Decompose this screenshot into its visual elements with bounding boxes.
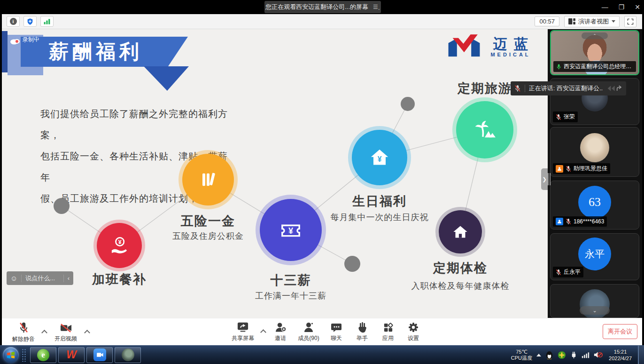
participant-tile-partial[interactable]: ⌄ <box>550 284 639 318</box>
taskbar-separator <box>22 348 26 362</box>
antivirus-tray-icon[interactable] <box>558 351 566 359</box>
slide-title: 薪酬福利 <box>49 39 143 65</box>
paragraph-line: 我们提供给员工除了薪酬之外完整的福利方案， <box>40 103 228 146</box>
benefit-desc: 五险及住房公积金 <box>128 230 288 242</box>
benefit-circle-travel <box>456 101 513 158</box>
raise-hand-label: 举手 <box>357 334 368 342</box>
camera-muted-icon <box>60 322 72 333</box>
chevron-up-icon[interactable]: ⌃ <box>582 32 608 39</box>
divider <box>63 275 64 282</box>
svg-text:¥: ¥ <box>288 226 294 236</box>
layout-icon <box>568 18 575 24</box>
chevron-down-icon[interactable]: ⌄ <box>580 306 610 315</box>
members-button[interactable]: 成员(90) <box>294 322 324 342</box>
participant-name: 助理巩景思佳 <box>574 165 607 173</box>
start-button[interactable] <box>3 347 19 363</box>
speaking-now-text: 正在讲话: 西安迈蓝翻译公... <box>529 84 603 93</box>
participant-name: 张荣 <box>564 113 575 121</box>
cpu-temp-label: CPU温度 <box>511 355 532 361</box>
share-screen-icon <box>237 322 249 333</box>
invite-person-icon <box>275 322 287 333</box>
emoji-icon[interactable]: ☺ <box>10 274 17 282</box>
close-button[interactable]: ✕ <box>635 3 640 11</box>
windows-taskbar: e W 75℃ CPU温度 <box>0 345 644 364</box>
fullscreen-icon <box>627 18 634 25</box>
members-label: 成员(90) <box>298 334 319 342</box>
mic-muted-icon <box>566 218 571 225</box>
banner-side-strip <box>2 31 8 72</box>
usb-tray-icon[interactable] <box>570 351 577 359</box>
hide-sidebar-tab[interactable]: ❯ <box>541 168 548 190</box>
taskbar-wps-button[interactable]: W <box>58 347 85 363</box>
mic-on-icon <box>556 63 561 70</box>
view-mode-button[interactable]: 演讲者视图 <box>564 16 620 27</box>
start-video-label: 开启视频 <box>54 335 77 343</box>
participant-tile-speaker[interactable]: ⌃ 西安迈蓝翻译公司总经理-李... <box>550 30 639 75</box>
video-options-chevron[interactable] <box>84 330 90 336</box>
diagram-dot <box>344 256 360 272</box>
collapse-chat-icon[interactable]: ‹ <box>68 275 70 282</box>
cpu-temp-widget[interactable]: 75℃ CPU温度 <box>511 349 532 361</box>
company-logo: 迈蓝 MEDICAL <box>446 33 535 60</box>
participant-tile[interactable]: 助理巩景思佳 <box>550 127 639 177</box>
cloud-recording-icon <box>9 38 21 45</box>
recording-label: 录制中 <box>23 36 39 44</box>
taskbar-clock[interactable]: 15:21 2022/4/27 <box>609 348 632 362</box>
sidebar-resize-handle[interactable] <box>548 173 551 185</box>
reply-arrow-icon[interactable] <box>607 84 622 93</box>
participant-tile[interactable]: 63 186****6463 <box>550 181 639 229</box>
watching-banner[interactable]: 您正在观看西安迈蓝翻译公司...的屏幕 ☰˯ <box>264 1 381 13</box>
divider <box>21 275 22 282</box>
benefit-label: 生日福利 <box>309 193 450 210</box>
meeting-info-button[interactable]: i <box>7 16 20 27</box>
participant-avatar: 永平 <box>578 237 611 270</box>
signal-bars-icon <box>43 18 51 25</box>
apps-button[interactable]: 应用 <box>375 322 401 342</box>
mic-options-chevron[interactable] <box>41 330 47 336</box>
taskbar-meeting-button[interactable] <box>86 347 113 363</box>
volume-muted-tray-icon[interactable] <box>594 351 603 359</box>
tray-expand-icon[interactable] <box>536 354 541 356</box>
leave-meeting-button[interactable]: 离开会议 <box>603 324 637 339</box>
benefit-label: 十三薪 <box>220 272 361 289</box>
start-video-button[interactable]: 开启视频 <box>48 322 83 343</box>
participant-name: 西安迈蓝翻译公司总经理-李... <box>564 63 633 71</box>
unmute-button[interactable]: 解除静音 <box>7 322 40 343</box>
share-options-chevron[interactable] <box>260 329 266 335</box>
members-icon <box>303 322 314 333</box>
settings-button[interactable]: 设置 <box>401 322 426 342</box>
mailan-logo-mark-icon <box>446 33 482 60</box>
fullscreen-button[interactable] <box>624 16 636 27</box>
browser-icon: e <box>37 349 49 361</box>
benefit-circle-insurance <box>182 154 234 206</box>
chat-button[interactable]: 聊天 <box>324 322 349 342</box>
svg-text:¥: ¥ <box>378 155 382 163</box>
chat-input-placeholder[interactable]: 说点什么... <box>25 274 59 283</box>
benefit-circle-overtime-meal: ¥ <box>97 223 142 268</box>
raise-hand-button[interactable]: 举手 <box>349 322 375 342</box>
quick-chat-bar[interactable]: ☺ 说点什么... ‹ <box>7 271 73 285</box>
show-desktop-button[interactable] <box>638 346 644 364</box>
banner-menu-icon[interactable]: ☰˯ <box>373 4 380 10</box>
network-tray-icon[interactable] <box>582 351 590 358</box>
books-icon <box>197 168 219 191</box>
share-screen-button[interactable]: 共享屏幕 <box>226 322 259 342</box>
chevron-down-icon <box>612 20 615 23</box>
taskbar-browser-button[interactable]: e <box>30 347 56 363</box>
meeting-timer: 00:57 <box>535 16 559 26</box>
benefit-label: 五险一金 <box>138 213 279 229</box>
participant-tile[interactable]: 永平 丘永平 <box>550 233 639 280</box>
network-status-button[interactable] <box>40 16 54 27</box>
apps-label: 应用 <box>382 334 394 342</box>
security-button[interactable] <box>23 16 37 27</box>
windows-logo-icon <box>7 351 15 359</box>
settings-label: 设置 <box>408 334 419 342</box>
minimize-button[interactable]: — <box>602 3 608 11</box>
restore-button[interactable]: ❐ <box>619 3 625 11</box>
qq-tray-icon[interactable] <box>545 350 553 359</box>
person-icon <box>557 166 562 171</box>
taskbar-camera-button[interactable] <box>115 347 141 363</box>
participant-name: 丘永平 <box>564 268 581 276</box>
invite-button[interactable]: 邀请 <box>267 322 294 342</box>
logo-english: MEDICAL <box>490 52 530 57</box>
